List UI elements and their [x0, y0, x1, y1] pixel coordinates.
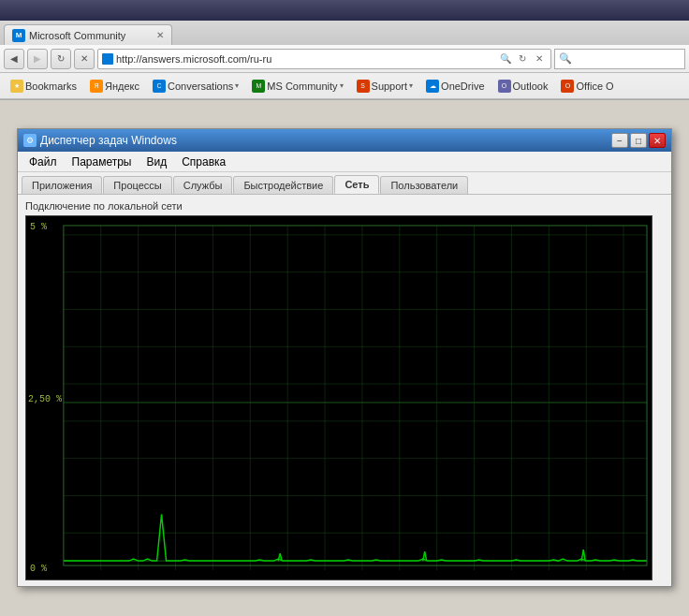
ms-community-dropdown-icon: ▾	[340, 81, 344, 90]
tm-menu-bar: Файл Параметры Вид Справка	[18, 152, 671, 172]
tab-processes[interactable]: Процессы	[103, 176, 171, 194]
search-engine-icon: 🔍	[559, 52, 572, 65]
browser-title-bar	[0, 0, 689, 21]
network-activity-line	[64, 514, 647, 561]
tab-close-button[interactable]: ✕	[156, 30, 164, 40]
tab-title: Microsoft Community	[29, 30, 125, 41]
network-graph-svg	[26, 216, 652, 579]
forward-button[interactable]: ▶	[27, 49, 48, 69]
outlook-label: Outlook	[513, 81, 549, 92]
tab-apps[interactable]: Приложения	[22, 176, 102, 194]
graph-label-5percent: 5 %	[30, 222, 47, 232]
tm-menu-file[interactable]: Файл	[22, 154, 65, 170]
tm-menu-params[interactable]: Параметры	[65, 154, 139, 170]
stop-button[interactable]: ✕	[74, 49, 95, 69]
bookmark-yandex[interactable]: Я Яндекс	[85, 78, 144, 95]
network-graph: 5 % 2,50 % 0 %	[25, 215, 652, 580]
svg-rect-26	[64, 226, 647, 565]
tab-users[interactable]: Пользователи	[380, 176, 468, 194]
tab-performance[interactable]: Быстродействие	[233, 176, 333, 194]
tm-window-icon: ⚙	[23, 134, 37, 147]
conversations-icon: C	[153, 80, 166, 93]
tm-network-content: Подключение по локальной сети 5 % 2,50 %…	[18, 195, 671, 586]
tm-tabs: Приложения Процессы Службы Быстродействи…	[18, 172, 671, 195]
close-addr-icon[interactable]: ✕	[532, 51, 547, 66]
onedrive-label: OneDrive	[441, 81, 484, 92]
search-icon[interactable]: 🔍	[498, 51, 513, 66]
bookmarks-bar: ★ Bookmarks Я Яндекс C Conversations ▾ M…	[0, 73, 689, 99]
graph-label-250percent: 2,50 %	[28, 394, 62, 404]
bookmarks-icon: ★	[10, 80, 23, 93]
task-manager-window: ⚙ Диспетчер задач Windows − □ ✕ Файл Пар…	[17, 128, 672, 587]
conversations-label: Conversations	[168, 81, 233, 92]
bookmark-outlook[interactable]: O Outlook	[493, 78, 553, 95]
office-icon: O	[561, 80, 574, 93]
tm-title-text: Диспетчер задач Windows	[40, 134, 608, 147]
refresh-addr-icon[interactable]: ↻	[515, 51, 530, 66]
address-favicon	[102, 53, 113, 65]
tm-title-bar: ⚙ Диспетчер задач Windows − □ ✕	[18, 129, 671, 152]
refresh-button[interactable]: ↻	[51, 49, 71, 69]
support-dropdown-icon: ▾	[409, 81, 413, 90]
tm-window-buttons: − □ ✕	[611, 133, 666, 148]
active-browser-tab[interactable]: M Microsoft Community ✕	[4, 24, 172, 45]
tab-network[interactable]: Сеть	[334, 175, 379, 194]
support-label: Support	[372, 81, 408, 92]
bookmarks-label: Bookmarks	[25, 81, 77, 92]
onedrive-icon: ☁	[426, 80, 439, 93]
search-box[interactable]: 🔍	[554, 49, 685, 69]
tab-bar: M Microsoft Community ✕	[0, 21, 689, 45]
ms-community-icon: M	[252, 80, 265, 93]
nav-bar: ◀ ▶ ↻ ✕ http://answers.microsoft.com/ru-…	[0, 45, 689, 73]
browser-content: ⚙ Диспетчер задач Windows − □ ✕ Файл Пар…	[0, 100, 689, 616]
tm-close-button[interactable]: ✕	[649, 133, 666, 148]
tm-menu-help[interactable]: Справка	[174, 154, 233, 170]
address-bar[interactable]: http://answers.microsoft.com/ru-ru 🔍 ↻ ✕	[97, 49, 551, 69]
tm-minimize-button[interactable]: −	[611, 133, 628, 148]
bookmark-support[interactable]: S Support ▾	[352, 78, 418, 95]
tab-favicon: M	[12, 29, 25, 42]
bookmark-conversations[interactable]: C Conversations ▾	[148, 78, 243, 95]
yandex-icon: Я	[90, 80, 103, 93]
bookmark-office[interactable]: O Office O	[556, 78, 618, 95]
tm-menu-view[interactable]: Вид	[139, 154, 174, 170]
yandex-label: Яндекс	[105, 81, 139, 92]
url-text: http://answers.microsoft.com/ru-ru	[116, 53, 495, 65]
conversations-dropdown-icon: ▾	[235, 81, 239, 90]
outlook-icon: O	[498, 80, 511, 93]
support-icon: S	[357, 80, 370, 93]
tm-maximize-button[interactable]: □	[630, 133, 647, 148]
back-button[interactable]: ◀	[4, 49, 24, 69]
bookmark-ms-community[interactable]: M MS Community ▾	[247, 78, 347, 95]
graph-label-0percent: 0 %	[30, 564, 47, 574]
office-label: Office O	[576, 81, 613, 92]
bookmark-onedrive[interactable]: ☁ OneDrive	[421, 78, 489, 95]
bookmark-bookmarks[interactable]: ★ Bookmarks	[6, 78, 81, 95]
network-connection-label: Подключение по локальной сети	[25, 200, 664, 212]
ms-community-label: MS Community	[267, 81, 337, 92]
address-icons: 🔍 ↻ ✕	[498, 51, 547, 66]
tab-services[interactable]: Службы	[173, 176, 233, 194]
